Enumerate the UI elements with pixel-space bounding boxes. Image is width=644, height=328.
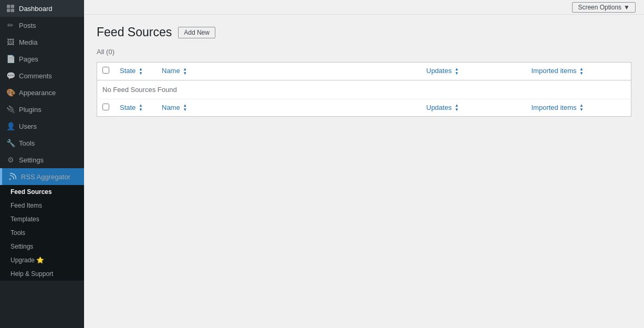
sidebar-item-users[interactable]: 👤 Users xyxy=(0,118,84,135)
state-footer-sort: ▲ ▼ xyxy=(139,104,143,112)
sidebar-item-label: Tools xyxy=(19,139,35,147)
svg-point-4 xyxy=(9,179,11,180)
add-new-button[interactable]: Add New xyxy=(178,27,215,38)
sidebar-item-media[interactable]: 🖼 Media xyxy=(0,34,84,50)
updates-footer-sort: ▲ ▼ xyxy=(455,104,459,112)
sidebar-item-label: Pages xyxy=(19,55,38,63)
col-header-name[interactable]: Name ▲ ▼ xyxy=(157,63,421,80)
topbar: Screen Options ▼ xyxy=(84,0,644,15)
sidebar-item-plugins[interactable]: 🔌 Plugins xyxy=(0,101,84,118)
sidebar-item-appearance[interactable]: 🎨 Appearance xyxy=(0,84,84,101)
col-footer-updates[interactable]: Updates ▲ ▼ xyxy=(421,99,526,117)
col-header-updates[interactable]: Updates ▲ ▼ xyxy=(421,63,526,80)
col-header-state[interactable]: State ▲ ▼ xyxy=(115,63,157,80)
updates-sort-arrows: ▲ ▼ xyxy=(455,67,459,76)
rss-aggregator-submenu: Feed Sources Feed Items Templates Tools … xyxy=(0,185,84,281)
pages-icon: 📄 xyxy=(6,55,15,63)
feed-sources-table: State ▲ ▼ Name ▲ ▼ Updat xyxy=(97,62,631,117)
plugins-icon: 🔌 xyxy=(6,105,15,114)
col-header-imported[interactable]: Imported items ▲ ▼ xyxy=(526,63,631,80)
empty-message-row: No Feed Sources Found xyxy=(97,80,631,99)
sidebar-item-label: Media xyxy=(19,38,37,46)
media-icon: 🖼 xyxy=(6,38,15,46)
rss-icon xyxy=(8,172,17,181)
page-title: Feed Sources xyxy=(97,25,172,39)
sidebar-item-rss-aggregator[interactable]: RSS Aggregator xyxy=(0,168,84,185)
sidebar-item-label: Users xyxy=(19,122,37,130)
col-footer-name[interactable]: Name ▲ ▼ xyxy=(157,99,421,117)
svg-rect-3 xyxy=(11,9,14,12)
sidebar-item-label: Dashboard xyxy=(19,5,53,13)
content-area: Feed Sources Add New All (0) State ▲ xyxy=(84,15,644,328)
sidebar-item-tools-sub[interactable]: Tools xyxy=(0,226,84,240)
col-footer-imported[interactable]: Imported items ▲ ▼ xyxy=(526,99,631,117)
posts-icon: ✏ xyxy=(6,21,15,29)
sidebar-item-tools[interactable]: 🔧 Tools xyxy=(0,135,84,151)
comments-icon: 💬 xyxy=(6,71,15,80)
table-header-row: State ▲ ▼ Name ▲ ▼ Updat xyxy=(97,63,631,80)
sidebar-item-pages[interactable]: 📄 Pages xyxy=(0,50,84,67)
sidebar-item-templates[interactable]: Templates xyxy=(0,212,84,226)
rss-aggregator-label: RSS Aggregator xyxy=(21,173,70,181)
sidebar-item-help-support[interactable]: Help & Support xyxy=(0,267,84,281)
appearance-icon: 🎨 xyxy=(6,88,15,97)
sidebar: Dashboard ✏ Posts 🖼 Media 📄 Pages 💬 Comm… xyxy=(0,0,84,328)
sidebar-item-label: Comments xyxy=(19,72,52,80)
sidebar-item-label: Plugins xyxy=(19,106,41,114)
svg-rect-2 xyxy=(7,9,10,12)
imported-footer-sort: ▲ ▼ xyxy=(579,104,584,112)
sidebar-item-settings-sub[interactable]: Settings xyxy=(0,240,84,253)
sidebar-item-upgrade[interactable]: Upgrade ⭐ xyxy=(0,253,84,267)
tools-icon: 🔧 xyxy=(6,139,15,147)
select-all-footer-checkbox[interactable] xyxy=(102,104,109,110)
sidebar-item-feed-sources[interactable]: Feed Sources xyxy=(0,185,84,199)
select-all-footer[interactable] xyxy=(97,99,115,117)
svg-rect-1 xyxy=(11,5,14,8)
sidebar-item-feed-items[interactable]: Feed Items xyxy=(0,199,84,212)
filter-all-link[interactable]: All (0) xyxy=(97,48,115,56)
col-footer-state[interactable]: State ▲ ▼ xyxy=(115,99,157,117)
filter-bar: All (0) xyxy=(97,48,631,56)
users-icon: 👤 xyxy=(6,122,15,130)
sidebar-item-comments[interactable]: 💬 Comments xyxy=(0,67,84,84)
name-footer-sort: ▲ ▼ xyxy=(183,104,187,112)
dashboard-icon xyxy=(6,4,15,13)
sidebar-item-label: Posts xyxy=(19,22,36,29)
screen-options-button[interactable]: Screen Options ▼ xyxy=(572,2,636,13)
main-area: Screen Options ▼ Feed Sources Add New Al… xyxy=(84,0,644,328)
sidebar-item-posts[interactable]: ✏ Posts xyxy=(0,17,84,34)
sidebar-item-settings[interactable]: ⚙ Settings xyxy=(0,151,84,168)
page-header: Feed Sources Add New xyxy=(97,25,631,39)
settings-icon: ⚙ xyxy=(6,156,15,164)
select-all-checkbox[interactable] xyxy=(102,67,109,74)
sidebar-item-dashboard[interactable]: Dashboard xyxy=(0,0,84,17)
name-sort-arrows: ▲ ▼ xyxy=(183,67,187,76)
chevron-down-icon: ▼ xyxy=(624,4,630,11)
sidebar-item-label: Settings xyxy=(19,156,44,164)
imported-sort-arrows: ▲ ▼ xyxy=(579,67,584,76)
empty-message-cell: No Feed Sources Found xyxy=(97,80,631,99)
state-sort-arrows: ▲ ▼ xyxy=(139,67,143,76)
sidebar-item-label: Appearance xyxy=(19,89,56,97)
select-all-header[interactable] xyxy=(97,63,115,80)
table-footer-row: State ▲ ▼ Name ▲ ▼ Updat xyxy=(97,99,631,117)
svg-rect-0 xyxy=(7,5,10,8)
